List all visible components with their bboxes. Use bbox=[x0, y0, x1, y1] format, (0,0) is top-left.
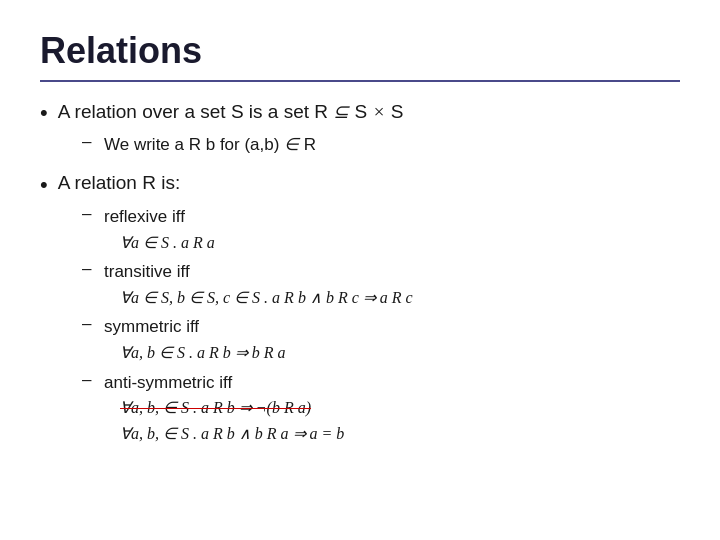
sub-content-write: We write a R b for (a,b) ∈ R bbox=[104, 132, 316, 158]
sub-item-symmetric: – symmetric iff ∀a, b ∈ S . a R b ⇒ b R … bbox=[82, 314, 680, 365]
bullet-dot-2: • bbox=[40, 172, 48, 198]
antisymmetric-label: anti-symmetric iff bbox=[104, 373, 232, 392]
sub-content-symmetric: symmetric iff ∀a, b ∈ S . a R b ⇒ b R a bbox=[104, 314, 286, 365]
page-title: Relations bbox=[40, 30, 680, 72]
sub-item-transitive: – transitive iff ∀a ∈ S, b ∈ S, c ∈ S . … bbox=[82, 259, 680, 310]
section-relations-over-set: • A relation over a set S is a set R ⊆ S… bbox=[40, 100, 680, 158]
section2-sublist: – reflexive iff ∀a ∈ S . a R a – transit… bbox=[82, 204, 680, 446]
bullet-dot-1: • bbox=[40, 100, 48, 126]
sub-item-reflexive: – reflexive iff ∀a ∈ S . a R a bbox=[82, 204, 680, 255]
symmetric-formula: ∀a, b ∈ S . a R b ⇒ b R a bbox=[120, 340, 286, 366]
transitive-formula: ∀a ∈ S, b ∈ S, c ∈ S . a R b ∧ b R c ⇒ a… bbox=[120, 285, 413, 311]
section2-text: A relation R is: bbox=[58, 172, 181, 194]
sub-content-reflexive: reflexive iff ∀a ∈ S . a R a bbox=[104, 204, 215, 255]
antisymmetric-formula-2: ∀a, b, ∈ S . a R b ∧ b R a ⇒ a = b bbox=[120, 421, 344, 447]
symmetric-label: symmetric iff bbox=[104, 317, 199, 336]
antisymmetric-alt-formula: ∀a, b, ∈ S . a R b ∧ b R a ⇒ a = b bbox=[120, 425, 344, 442]
section1-text: A relation over a set S is a set R ⊆ S ×… bbox=[58, 100, 404, 123]
bullet-main-1: • A relation over a set S is a set R ⊆ S… bbox=[40, 100, 680, 126]
transitive-label: transitive iff bbox=[104, 262, 190, 281]
section-relation-is: • A relation R is: – reflexive iff ∀a ∈ … bbox=[40, 172, 680, 446]
bullet-main-2: • A relation R is: bbox=[40, 172, 680, 198]
sub-content-antisymmetric: anti-symmetric iff ∀a, b, ∈ S . a R b ⇒ … bbox=[104, 370, 344, 447]
sub-content-transitive: transitive iff ∀a ∈ S, b ∈ S, c ∈ S . a … bbox=[104, 259, 413, 310]
sub-dash-transitive: – bbox=[82, 259, 96, 279]
antisymmetric-formula-1: ∀a, b, ∈ S . a R b ⇒ ¬(b R a) bbox=[120, 395, 344, 421]
strikethrough-formula: ∀a, b, ∈ S . a R b ⇒ ¬(b R a) bbox=[120, 399, 311, 416]
sub-dash-reflexive: – bbox=[82, 204, 96, 224]
sub-item-antisymmetric: – anti-symmetric iff ∀a, b, ∈ S . a R b … bbox=[82, 370, 680, 447]
reflexive-formula: ∀a ∈ S . a R a bbox=[120, 230, 215, 256]
reflexive-label: reflexive iff bbox=[104, 207, 185, 226]
title-divider bbox=[40, 80, 680, 82]
sub-dash-1: – bbox=[82, 132, 96, 152]
section1-sublist: – We write a R b for (a,b) ∈ R bbox=[82, 132, 680, 158]
sub-item-write: – We write a R b for (a,b) ∈ R bbox=[82, 132, 680, 158]
sub-dash-symmetric: – bbox=[82, 314, 96, 334]
sub-dash-antisymmetric: – bbox=[82, 370, 96, 390]
